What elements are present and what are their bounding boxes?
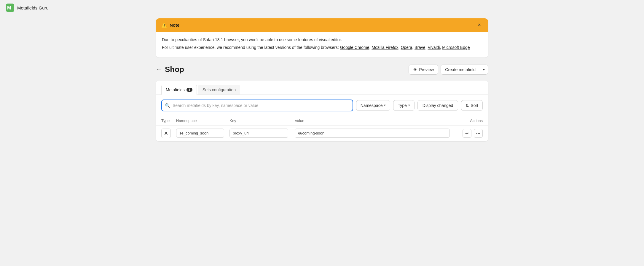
svg-text:M: M [7, 5, 11, 10]
create-metafield-group: Create metafield ▾ [441, 65, 488, 75]
browser-link-brave[interactable]: Brave [415, 45, 425, 50]
note-close-button[interactable]: × [476, 21, 483, 29]
type-filter-button[interactable]: Type ▾ [393, 100, 414, 111]
note-banner-title-group: ⚠️ Note [161, 22, 179, 28]
note-banner-title: Note [170, 23, 179, 28]
key-cell: proxy_url [229, 129, 295, 138]
create-metafield-button[interactable]: Create metafield [441, 65, 480, 74]
create-metafield-chevron-button[interactable]: ▾ [480, 65, 488, 74]
preview-label: Preview [419, 67, 434, 72]
back-arrow-button[interactable]: ← [156, 66, 162, 73]
namespace-value: se_coming_soon [176, 129, 224, 138]
namespace-filter-button[interactable]: Namespace ▾ [356, 100, 390, 111]
tab-metafields-label: Metafields [166, 87, 185, 92]
search-wrapper: 🔍 [161, 100, 353, 111]
namespace-chevron-icon: ▾ [384, 103, 386, 107]
actions-cell: ↩ ••• [453, 129, 483, 138]
table-row: A se_coming_soon proxy_url /a/coming-soo… [156, 126, 488, 141]
tab-sets-configuration-label: Sets configuration [203, 87, 236, 92]
sort-button[interactable]: ⇅ Sort [461, 100, 483, 111]
main-card: Metafields 1 Sets configuration 🔍 Namesp… [156, 81, 488, 141]
browser-link-firefox[interactable]: Mozilla Firefox [372, 45, 398, 50]
tab-sets-configuration[interactable]: Sets configuration [198, 85, 240, 94]
note-body-line1: Due to peculiarities of Safari 18.1 brow… [162, 36, 482, 43]
type-icon: A [161, 129, 171, 138]
key-value: proxy_url [229, 129, 288, 138]
app-header: M Metafields Guru [0, 0, 644, 15]
type-cell: A [161, 129, 176, 138]
col-header-type: Type [161, 118, 176, 123]
toolbar-row: 🔍 Namespace ▾ Type ▾ Display changed ⇅ S… [156, 95, 488, 116]
display-changed-button[interactable]: Display changed [417, 100, 458, 111]
app-logo-icon: M [6, 4, 14, 12]
page-header: ← Shop 👁 Preview Create metafield ▾ [156, 65, 488, 75]
browser-link-opera[interactable]: Opera [401, 45, 412, 50]
note-banner-header: ⚠️ Note × [156, 18, 488, 32]
search-icon: 🔍 [165, 103, 170, 108]
browser-link-vivaldi[interactable]: Vivaldi [428, 45, 440, 50]
note-banner-body: Due to peculiarities of Safari 18.1 brow… [156, 32, 488, 57]
value-cell: /a/coming-soon [295, 129, 453, 138]
col-header-value: Value [295, 118, 453, 123]
note-body-line2: For ultimate user experience, we recomme… [162, 44, 482, 51]
type-chevron-icon: ▾ [408, 103, 410, 107]
page-title-group: ← Shop [156, 65, 184, 74]
value-value: /a/coming-soon [295, 129, 450, 138]
undo-button[interactable]: ↩ [463, 129, 471, 138]
search-input[interactable] [161, 100, 353, 111]
sort-icon: ⇅ [466, 103, 469, 108]
browser-link-chrome[interactable]: Google Chrome [340, 45, 369, 50]
preview-button[interactable]: 👁 Preview [409, 65, 438, 75]
note-banner: ⚠️ Note × Due to peculiarities of Safari… [156, 18, 488, 57]
page-title: Shop [165, 65, 184, 74]
namespace-filter-label: Namespace [361, 103, 383, 108]
table-header-row: Type Namespace Key Value Actions [156, 116, 488, 126]
col-header-namespace: Namespace [176, 118, 229, 123]
more-actions-button[interactable]: ••• [474, 129, 483, 138]
col-header-key: Key [229, 118, 295, 123]
sort-label: Sort [471, 103, 478, 108]
app-title: Metafields Guru [17, 5, 49, 10]
main-content: ⚠️ Note × Due to peculiarities of Safari… [150, 15, 494, 147]
namespace-cell: se_coming_soon [176, 129, 229, 138]
warning-icon: ⚠️ [161, 22, 167, 28]
tab-metafields[interactable]: Metafields 1 [161, 85, 197, 95]
tabs-row: Metafields 1 Sets configuration [156, 81, 488, 95]
browser-link-edge[interactable]: Microsoft Edge [442, 45, 470, 50]
col-header-actions: Actions [453, 118, 483, 123]
tab-metafields-badge: 1 [186, 88, 192, 92]
header-actions: 👁 Preview Create metafield ▾ [409, 65, 488, 75]
type-filter-label: Type [398, 103, 407, 108]
preview-icon: 👁 [413, 67, 417, 72]
